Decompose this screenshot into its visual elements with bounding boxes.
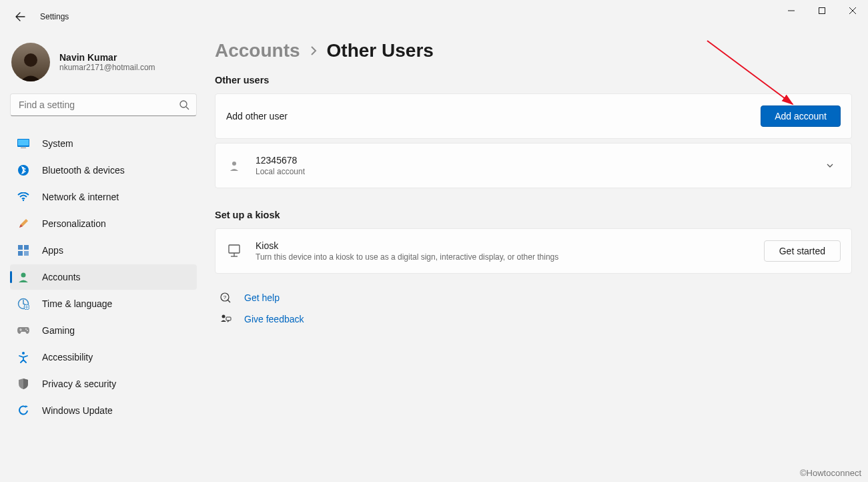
section-title-other-users: Other users <box>215 75 852 85</box>
update-icon <box>17 404 30 417</box>
svg-line-4 <box>186 107 189 109</box>
svg-rect-1 <box>819 8 825 14</box>
get-help-label: Get help <box>244 292 280 303</box>
kiosk-title: Kiosk <box>256 240 764 251</box>
add-account-button[interactable]: Add account <box>761 105 841 127</box>
give-feedback-link[interactable]: Give feedback <box>215 312 852 326</box>
maximize-icon <box>819 7 825 14</box>
sidebar-item-label: Bluetooth & devices <box>42 165 125 176</box>
person-icon <box>226 158 242 174</box>
maximize-button[interactable] <box>807 0 837 21</box>
sidebar-item-personalization[interactable]: Personalization <box>10 211 197 236</box>
minimize-button[interactable] <box>776 0 807 21</box>
close-button[interactable] <box>837 0 868 21</box>
svg-point-3 <box>180 101 187 107</box>
svg-rect-28 <box>226 317 231 320</box>
clock-globe-icon <box>17 297 30 310</box>
sidebar-item-accessibility[interactable]: Accessibility <box>10 344 197 370</box>
svg-line-26 <box>228 300 230 302</box>
titlebar: Settings <box>0 0 868 33</box>
chevron-down-icon[interactable] <box>819 161 841 170</box>
account-type: Local account <box>256 167 819 176</box>
user-name: Navin Kumar <box>59 52 155 63</box>
close-icon <box>849 7 856 14</box>
nav: System Bluetooth & devices Network & int… <box>10 131 197 423</box>
help-links: ? Get help Give feedback <box>215 291 852 326</box>
svg-text:?: ? <box>224 294 227 300</box>
svg-point-20 <box>232 162 236 166</box>
accessibility-icon <box>17 350 30 364</box>
sidebar-item-accounts[interactable]: Accounts <box>10 264 197 290</box>
apps-icon <box>17 244 30 257</box>
sidebar-item-label: Personalization <box>42 218 106 229</box>
add-other-user-label: Add other user <box>226 111 761 122</box>
back-arrow-icon <box>15 11 25 22</box>
get-help-link[interactable]: ? Get help <box>215 291 852 304</box>
watermark: ©Howtoconnect <box>800 468 861 478</box>
search-icon <box>179 99 189 113</box>
svg-point-17 <box>25 328 27 330</box>
sidebar-item-label: Windows Update <box>42 405 113 416</box>
give-feedback-label: Give feedback <box>244 314 304 324</box>
add-other-user-card: Add other user Add account <box>215 93 852 139</box>
gamepad-icon <box>17 324 30 337</box>
kiosk-description: Turn this device into a kiosk to use as … <box>256 252 764 262</box>
shield-icon <box>17 377 30 391</box>
sidebar: Navin Kumar nkumar2171@hotmail.com Syste… <box>0 33 207 482</box>
minimize-icon <box>788 7 795 14</box>
window-controls <box>776 0 868 21</box>
user-account-card[interactable]: 12345678 Local account <box>215 143 852 188</box>
breadcrumb-current: Other Users <box>327 40 434 61</box>
sidebar-item-time-language[interactable]: Time & language <box>10 291 197 316</box>
help-icon: ? <box>219 291 232 304</box>
system-icon <box>17 137 30 150</box>
chevron-right-icon <box>310 45 318 57</box>
sidebar-item-windows-update[interactable]: Windows Update <box>10 398 197 423</box>
svg-rect-21 <box>229 245 240 253</box>
kiosk-icon <box>226 243 242 259</box>
sidebar-item-gaming[interactable]: Gaming <box>10 318 197 343</box>
kiosk-card: Kiosk Turn this device into a kiosk to u… <box>215 228 852 274</box>
svg-point-18 <box>27 330 28 331</box>
sidebar-item-network[interactable]: Network & internet <box>10 184 197 210</box>
svg-point-2 <box>24 53 37 67</box>
svg-point-27 <box>222 315 226 318</box>
svg-point-19 <box>22 352 25 354</box>
sidebar-item-apps[interactable]: Apps <box>10 238 197 263</box>
wifi-icon <box>17 190 30 204</box>
main-content: Accounts Other Users Other users Add oth… <box>207 33 868 482</box>
svg-rect-10 <box>18 245 23 250</box>
get-started-button[interactable]: Get started <box>764 240 841 262</box>
user-block[interactable]: Navin Kumar nkumar2171@hotmail.com <box>10 40 197 93</box>
svg-rect-7 <box>21 148 26 148</box>
breadcrumb-parent[interactable]: Accounts <box>215 40 300 61</box>
section-title-kiosk: Set up a kiosk <box>215 210 852 220</box>
search-box[interactable] <box>10 93 197 116</box>
app-title: Settings <box>40 12 69 21</box>
avatar <box>11 43 50 81</box>
sidebar-item-label: Gaming <box>42 325 75 336</box>
svg-point-9 <box>23 200 24 201</box>
sidebar-item-label: Apps <box>42 245 63 256</box>
back-button[interactable] <box>12 9 28 25</box>
svg-rect-13 <box>24 251 29 256</box>
sidebar-item-label: Time & language <box>42 298 112 309</box>
svg-rect-11 <box>24 245 29 250</box>
svg-rect-6 <box>18 140 29 146</box>
sidebar-item-system[interactable]: System <box>10 131 197 156</box>
accounts-icon <box>17 270 30 284</box>
sidebar-item-label: System <box>42 138 73 149</box>
svg-point-14 <box>21 273 26 278</box>
feedback-icon <box>219 312 232 326</box>
sidebar-item-label: Accounts <box>42 272 81 282</box>
account-name: 12345678 <box>256 155 819 166</box>
sidebar-item-label: Privacy & security <box>42 379 116 389</box>
sidebar-item-privacy[interactable]: Privacy & security <box>10 371 197 397</box>
search-input[interactable] <box>11 94 196 115</box>
paintbrush-icon <box>17 217 30 230</box>
user-email: nkumar2171@hotmail.com <box>59 63 155 72</box>
sidebar-item-label: Accessibility <box>42 352 93 363</box>
svg-rect-12 <box>18 251 23 256</box>
breadcrumb: Accounts Other Users <box>215 40 852 61</box>
sidebar-item-bluetooth[interactable]: Bluetooth & devices <box>10 158 197 183</box>
